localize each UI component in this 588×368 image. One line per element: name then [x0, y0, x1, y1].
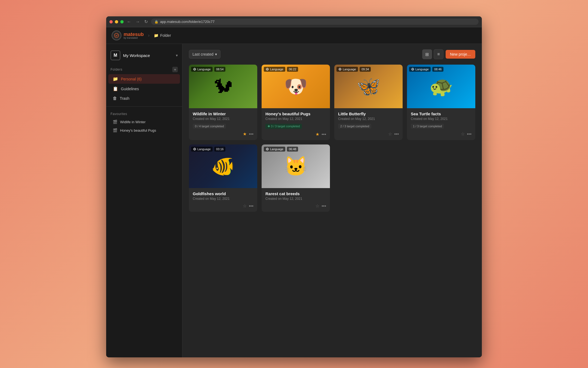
project-card-wildlife[interactable]: 🐿 Language 08:54 Wildlife in Winter Crea…	[189, 65, 257, 140]
star-button[interactable]: ☆	[388, 131, 392, 137]
favourites-section: Favourites 🎬 Widlife in Winter 🎬 Honey's…	[106, 110, 182, 137]
card-badges: Language 06:48	[264, 147, 328, 152]
grid-view-button[interactable]: ⊞	[422, 49, 432, 59]
card-date: Created on May 12, 2021	[411, 117, 471, 121]
list-icon: ≡	[437, 52, 440, 57]
sort-dropdown[interactable]: Last created ▾	[189, 50, 220, 59]
sidebar-item-trash[interactable]: 🗑 Trash	[108, 94, 180, 103]
card-date: Created on May 12, 2021	[265, 117, 326, 121]
card-body: Sea Turtle facts Created on May 12, 2021…	[407, 108, 475, 140]
card-footer: ☆ •••	[338, 131, 399, 137]
sidebar-item-guidelines[interactable]: 📋 Guidelines	[108, 84, 180, 93]
progress-badge: 1 / 3 target completed	[411, 124, 444, 129]
card-badges: Language 09:34	[336, 67, 400, 72]
card-title: Honey's beautiful Pugs	[265, 111, 326, 116]
more-options-button[interactable]: •••	[467, 132, 471, 137]
project-grid: 🐿 Language 08:54 Wildlife in Winter Crea…	[189, 65, 475, 212]
star-button[interactable]: ☆	[316, 203, 319, 209]
sidebar-item-personal[interactable]: 📁 Personal (6)	[108, 74, 180, 84]
favourite-item-pugs[interactable]: 🎬 Honey's beautiful Pugs	[108, 126, 180, 134]
content-toolbar: Last created ▾ ⊞ ≡ New proje…	[189, 49, 475, 59]
favourites-label: Favourites	[111, 112, 127, 116]
more-options-button[interactable]: •••	[321, 204, 326, 209]
duration-badge: 08:54	[214, 67, 226, 72]
sidebar-item-personal-label: Personal (6)	[121, 77, 142, 81]
address-text: app.matesub.com/folder/e1720c77	[160, 20, 215, 24]
fav-item-pugs-label: Honey's beautiful Pugs	[120, 128, 156, 132]
language-badge: Language	[191, 147, 213, 152]
trash-icon: 🗑	[113, 96, 117, 101]
progress-badge: 2 / 3 target completed	[338, 124, 371, 129]
fav-item-wildlife-label: Widlife in Winter	[120, 120, 146, 124]
app-header: matesub by translated › 📁 Folder	[106, 27, 482, 44]
logo-name: matesub	[124, 32, 144, 37]
browser-close-btn[interactable]	[109, 20, 113, 23]
animal-emoji: 🐢	[429, 75, 453, 98]
logo-area: matesub by translated	[112, 31, 144, 40]
star-button[interactable]: ☆	[461, 131, 465, 137]
card-thumbnail: 🐢 Language 08:46	[407, 65, 475, 108]
workspace-avatar: M	[111, 50, 120, 60]
toolbar-right: ⊞ ≡ New proje…	[422, 49, 475, 59]
card-body: Wildlife in Winter Created on May 12, 20…	[189, 108, 257, 140]
logo-icon	[112, 31, 121, 40]
card-thumbnail: 🐱 Language 06:48	[262, 144, 330, 188]
card-thumbnail: 🐠 Language 03:16	[189, 144, 257, 188]
browser-refresh-btn[interactable]: ↻	[143, 19, 149, 25]
browser-chrome: ← → ↻ 🔒 app.matesub.com/folder/e1720c77	[106, 16, 482, 27]
folders-section-header: Folders +	[106, 65, 182, 74]
card-footer: ☆ •••	[265, 203, 326, 209]
star-button[interactable]: ★	[243, 131, 247, 137]
new-project-button[interactable]: New proje…	[446, 50, 475, 59]
language-badge: Language	[191, 67, 213, 72]
browser-minimize-btn[interactable]	[115, 20, 118, 23]
project-card-butterfly[interactable]: 🦋 Language 09:34 Little Butterfly Create…	[334, 65, 403, 140]
card-title: Rarest cat breeds	[265, 191, 326, 196]
animal-emoji: 🐠	[211, 155, 235, 177]
star-button[interactable]: ★	[316, 132, 319, 137]
logo-subtitle: by translated	[124, 37, 144, 39]
browser-back-btn[interactable]: ←	[126, 19, 132, 25]
card-date: Created on May 12, 2021	[193, 117, 253, 121]
animal-emoji: 🐿	[214, 76, 233, 97]
progress-badge: 0 / 4 target completed	[193, 124, 226, 129]
language-badge: Language	[336, 67, 358, 72]
project-card-cat[interactable]: 🐱 Language 06:48 Rarest cat breeds Creat…	[262, 144, 330, 212]
folder-label: Folder	[160, 33, 171, 38]
favourite-item-wildlife[interactable]: 🎬 Widlife in Winter	[108, 118, 180, 126]
add-folder-button[interactable]: +	[172, 67, 178, 72]
sidebar-item-trash-label: Trash	[120, 96, 129, 101]
browser-maximize-btn[interactable]	[120, 20, 124, 23]
workspace-header: M My Workspace ▾	[106, 48, 182, 65]
list-view-button[interactable]: ≡	[434, 49, 443, 59]
project-card-turtle[interactable]: 🐢 Language 08:46 Sea Turtle facts Create…	[407, 65, 475, 140]
guidelines-icon: 📋	[113, 86, 118, 91]
card-thumbnail: 🐶 Language 06:22	[262, 65, 330, 108]
folders-label: Folders	[111, 68, 122, 71]
more-options-button[interactable]: •••	[249, 204, 253, 209]
star-button[interactable]: ☆	[243, 203, 247, 209]
favourites-section-header: Favourites	[106, 110, 182, 117]
address-bar[interactable]: 🔒 app.matesub.com/folder/e1720c77	[151, 19, 479, 25]
workspace-chevron-icon[interactable]: ▾	[176, 53, 178, 58]
sort-chevron-icon: ▾	[215, 52, 217, 56]
more-options-button[interactable]: •••	[249, 132, 253, 137]
browser-forward-btn[interactable]: →	[134, 19, 141, 25]
card-footer: ★ •••	[193, 131, 253, 137]
project-card-goldfish[interactable]: 🐠 Language 03:16 Goldfishes world Create…	[189, 144, 257, 212]
sort-label: Last created	[192, 52, 213, 56]
card-title: Wildlife in Winter	[193, 111, 253, 116]
language-badge: Language	[264, 147, 285, 152]
more-options-button[interactable]: •••	[394, 132, 399, 137]
card-badges: Language 03:16	[191, 147, 255, 152]
project-card-pugs[interactable]: 🐶 Language 06:22 Honey's beautiful Pugs …	[262, 65, 330, 140]
breadcrumb-folder[interactable]: 📁 Folder	[154, 33, 171, 38]
card-badges: Language 06:22	[264, 67, 328, 72]
card-date: Created on May 12, 2021	[338, 117, 399, 121]
animal-emoji: 🐱	[284, 155, 308, 177]
card-body: Rarest cat breeds Created on May 12, 202…	[262, 188, 330, 212]
more-options-button[interactable]: •••	[321, 132, 326, 137]
film-icon: 🎬	[113, 120, 117, 124]
duration-badge: 08:46	[432, 67, 444, 72]
card-footer: ★ •••	[265, 132, 326, 137]
